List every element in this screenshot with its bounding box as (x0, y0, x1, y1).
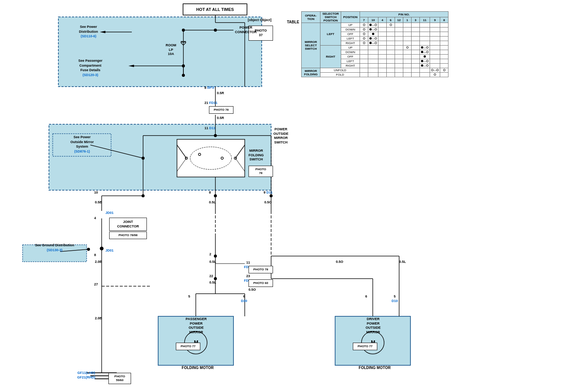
power-dist-ref: (SD110-6) (81, 34, 96, 38)
pin9-label: 9 D11 (264, 191, 273, 195)
svg-line-15 (183, 43, 186, 45)
photo78-bot-box: PHOTO 78 (249, 266, 273, 273)
pin6-left: 6 D30 (241, 294, 247, 303)
pin-table: OPERA-TION SELECTORSWITCHPOSITION POSITI… (301, 11, 448, 77)
passenger-mirror-label: PASSENGERPOWEROUTSIDEMIRROR (160, 317, 232, 335)
photo5960-box: PHOTO59/60 (108, 373, 131, 384)
joint-connector-box: JOINTCONNECTOR (109, 218, 147, 231)
wire-05b: 0.5B (95, 200, 102, 205)
wire-20b-2: 2.0B (95, 316, 102, 321)
photo78-top-box: PHOTO 78 (209, 106, 233, 114)
photo77-left-box: PHOTO 77 (176, 343, 200, 350)
pin5-left: 5 (188, 294, 190, 299)
svg-line-41 (177, 145, 186, 158)
pin8-bot-label: 8 (94, 253, 96, 258)
pin8-mid-label: 8 (209, 191, 211, 195)
wire-20b-1: 2.0B (95, 260, 102, 264)
pin8-ipf-label: 8 I/P-F (204, 86, 215, 90)
pin21-fd11: 21 FD11 (204, 101, 218, 105)
pin4-label: 4 (94, 216, 96, 221)
power-outside-switch-label: POWEROUTSIDEMIRRORSWITCH (273, 127, 288, 145)
pin22-label: 22 (209, 274, 213, 279)
hot-label: HOT AT ALL TIMES (196, 7, 234, 12)
wire-05r-2: 0.5R (217, 116, 224, 120)
svg-point-23 (182, 74, 185, 77)
folding-motor-right-label: FOLDING MOTOR (339, 365, 410, 370)
svg-point-32 (214, 134, 217, 137)
diagram-container: M M HOT AT ALL TIMES [object Object] TAB… (0, 0, 581, 392)
svg-marker-22 (128, 65, 134, 67)
svg-point-50 (214, 194, 217, 197)
table-label: TABLE (287, 20, 299, 24)
mirror-folding-switch-label: MIRRORFOLDINGSWITCH (249, 149, 264, 162)
room-fuse-label: ROOMLP10A (166, 43, 176, 56)
fuse-details-label: See PassengerCompartmentFuse Details (SD… (62, 58, 119, 77)
svg-point-56 (87, 248, 90, 251)
photo77-right-box: PHOTO 77 (353, 343, 377, 350)
gf11-label: GF11(LHD)GF21(RHD) (77, 371, 95, 380)
svg-point-36 (190, 147, 232, 169)
svg-line-42 (235, 145, 245, 158)
pin2-label: 2 (209, 252, 211, 257)
power-connector-label: POWERCONNECTOR (235, 26, 257, 34)
driver-mirror-label: DRIVERPOWEROUTSIDEMIRROR (337, 317, 409, 335)
wire-05l-mid: 0.5L (209, 200, 216, 205)
svg-rect-2 (49, 124, 271, 190)
svg-point-85 (142, 157, 145, 160)
wire-05r-1: 0.5R (217, 91, 224, 96)
wire-05o-bot-right: 0.5O (336, 260, 343, 264)
svg-point-40 (234, 157, 236, 159)
wire-05l-22: 0.5L (209, 281, 216, 285)
see-ground-label: See Ground Distribution (SD130-3) (24, 243, 85, 252)
hot-at-all-times-box: HOT AT ALL TIMES (183, 4, 247, 15)
see-power-outside-label: See PowerOutside MirrorSystem (SD876-1) (54, 135, 110, 154)
photo60-box: PHOTO 60 (249, 279, 273, 287)
svg-rect-35 (177, 139, 245, 177)
wire-05o-23: 0.5O (249, 288, 256, 292)
ip-junction-label: [object Object] (248, 18, 271, 23)
svg-point-71 (214, 277, 217, 280)
wire-05l-far-right: 0.5L (399, 260, 406, 264)
see-power-outside-ref: (SD876-1) (74, 149, 90, 153)
wire-05l-bot: 0.5L (209, 260, 216, 264)
folding-motor-left-label: FOLDING MOTOR (162, 365, 233, 370)
svg-point-19 (182, 29, 185, 32)
svg-line-14 (181, 43, 183, 45)
svg-line-44 (235, 158, 245, 171)
svg-point-64 (214, 255, 217, 258)
svg-point-54 (100, 247, 104, 250)
svg-point-37 (185, 157, 188, 159)
jd01-bot-label: JD01 (105, 249, 114, 253)
see-ground-ref: (SD130-3) (47, 248, 63, 252)
wire-05o-mid: 0.5O (264, 200, 272, 205)
pin27-label: 27 (94, 282, 98, 287)
photo78-mid-box: PHOTO78 (249, 166, 273, 177)
svg-point-39 (221, 157, 223, 159)
svg-point-25 (182, 64, 185, 67)
pin6-right: 6 (365, 294, 367, 299)
ip-junction-text: [object Object] (248, 18, 271, 22)
jd01-top-label: JD01 (105, 211, 114, 215)
pin10-label: 10 (94, 191, 98, 195)
pin5-right: 5 D10 (392, 294, 398, 303)
svg-point-49 (142, 194, 145, 197)
svg-point-38 (198, 153, 201, 156)
svg-line-43 (177, 158, 186, 171)
power-dist-label: See PowerDistribution (SD110-6) (62, 24, 115, 39)
svg-point-18 (214, 29, 217, 32)
photo7898-box: PHOTO 78/98 (109, 232, 147, 239)
pin11-d11: 11 D11 (204, 126, 215, 131)
fuse-details-ref: (SD120-3) (82, 73, 98, 77)
